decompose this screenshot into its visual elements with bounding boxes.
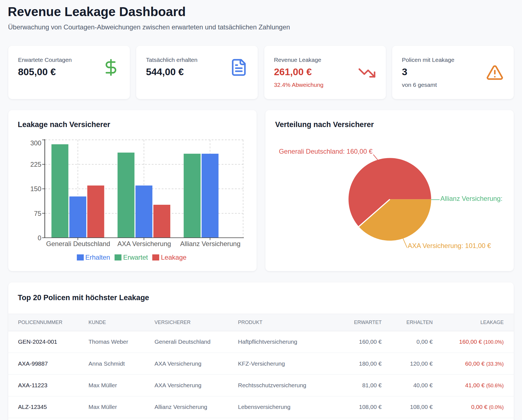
svg-text:AXA Versicherung: 101,00 €: AXA Versicherung: 101,00 € xyxy=(408,242,491,249)
svg-text:AXA Versicherung: AXA Versicherung xyxy=(117,240,171,247)
svg-text:150: 150 xyxy=(30,185,41,193)
svg-text:Generali Deutschland: 160,00 €: Generali Deutschland: 160,00 € xyxy=(279,148,373,155)
svg-text:0: 0 xyxy=(38,234,41,242)
svg-text:Allianz Versicherung: Allianz Versicherung xyxy=(180,240,240,247)
svg-text:300: 300 xyxy=(30,139,41,147)
svg-text:Generali Deutschland: Generali Deutschland xyxy=(46,240,110,247)
svg-text:75: 75 xyxy=(34,210,41,217)
svg-text:Allianz Versicherung:: Allianz Versicherung: xyxy=(440,195,503,202)
svg-text:225: 225 xyxy=(30,161,41,168)
